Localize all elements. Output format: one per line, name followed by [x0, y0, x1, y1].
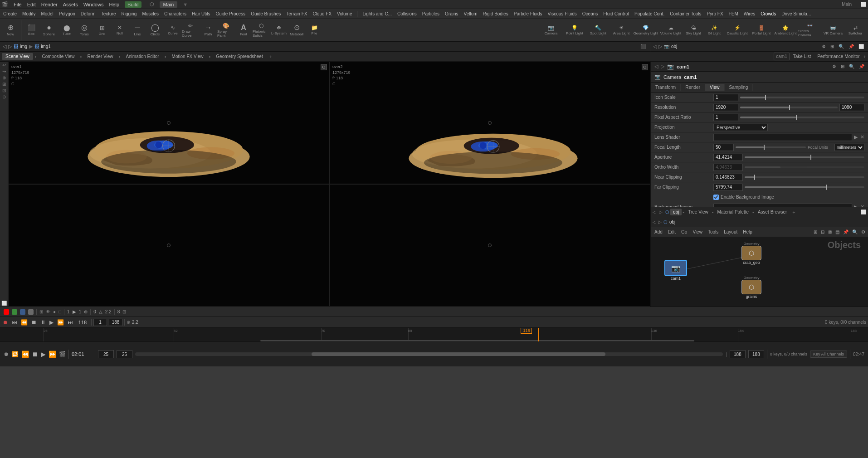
- vpb-icon2[interactable]: ⊕: [84, 309, 88, 314]
- tb2-portallight[interactable]: 🚪Portal Light: [750, 21, 773, 39]
- bb-scroll-thumb[interactable]: [312, 352, 605, 356]
- tab-renderview[interactable]: Render View: [83, 53, 117, 60]
- tl-pause-btn[interactable]: ⏸: [39, 319, 47, 326]
- tb-volume[interactable]: Volume: [336, 11, 353, 17]
- viewport-top-right[interactable]: over2 1279x719 fr 118 C: [329, 62, 650, 184]
- tab-sceneview[interactable]: Scene View: [2, 53, 33, 60]
- tb-oceans[interactable]: Oceans: [581, 11, 599, 17]
- bb-totalframes-input[interactable]: [730, 350, 746, 358]
- tb2-pointlight[interactable]: 💡Point Light: [563, 21, 586, 39]
- menu-file[interactable]: File: [14, 2, 22, 7]
- lb-icon5[interactable]: ⊡: [2, 88, 6, 93]
- obj-tab-obj[interactable]: obj: [670, 209, 682, 215]
- node-crab-geo[interactable]: Geometry ⬡ crab_geo: [741, 242, 761, 265]
- main-badge[interactable]: Main: [160, 1, 178, 8]
- bb-anim-btn[interactable]: 🎬: [59, 351, 66, 357]
- bb-scrub-area[interactable]: [135, 352, 723, 356]
- tl-scrollbar[interactable]: [260, 340, 694, 341]
- viewport-bottom-left[interactable]: [8, 184, 329, 307]
- iconscale-slider[interactable]: [740, 97, 864, 98]
- maximize-btn[interactable]: ⬜: [861, 2, 866, 7]
- lb-expand[interactable]: ⊞: [2, 82, 6, 87]
- tb-fem[interactable]: FEM: [727, 11, 740, 17]
- tb2-stereocam[interactable]: 👓Stereo Camera: [798, 21, 822, 39]
- tab-geospread[interactable]: Geometry Spreadsheet: [212, 53, 266, 60]
- tab-motionfx[interactable]: Motion FX View: [168, 53, 207, 60]
- crab-geo-icon[interactable]: ⬡: [741, 246, 761, 260]
- tl-endframe-input[interactable]: [109, 319, 122, 326]
- tl-startframe-input[interactable]: [93, 319, 107, 326]
- bb-forward-btn[interactable]: ⏩: [49, 351, 56, 358]
- tab-add[interactable]: +: [269, 54, 272, 59]
- nearclip-slider[interactable]: [745, 176, 864, 178]
- vpb-icon3[interactable]: △: [99, 309, 102, 314]
- vpb-wire-icon[interactable]: □: [59, 309, 61, 314]
- lensshader-browse[interactable]: ▶: [854, 134, 858, 140]
- tb-rigidbodies[interactable]: Rigid Bodies: [482, 11, 510, 17]
- rp-pin-icon[interactable]: 📌: [847, 44, 855, 49]
- bb-startframe-input[interactable]: [98, 350, 114, 358]
- vpb-icon4[interactable]: ⊡: [122, 309, 126, 314]
- rt-takelist-tab[interactable]: Take List: [790, 53, 814, 60]
- tb2-gilight[interactable]: ✨GI Light: [704, 21, 724, 39]
- tb2-torus[interactable]: ◎Torus: [76, 21, 93, 39]
- tb2-path[interactable]: →Path: [200, 21, 217, 39]
- rp-settings-icon[interactable]: ⚙: [820, 44, 827, 49]
- timeline-track[interactable]: 25 52 70 88 118 136 154 188: [0, 328, 868, 341]
- lb-icon7[interactable]: ⬜: [1, 301, 7, 306]
- tb-pyrofx[interactable]: Pyro FX: [705, 11, 724, 17]
- tb2-file[interactable]: 📁File: [306, 21, 323, 39]
- bb-loop-btn[interactable]: 🔁: [12, 351, 19, 357]
- tb2-skylight[interactable]: 🌤Sky Light: [683, 21, 704, 39]
- obj-grid4-icon[interactable]: ▤: [834, 229, 840, 235]
- tb-modify[interactable]: Modify: [21, 11, 37, 17]
- tb-rigging[interactable]: Rigging: [120, 11, 138, 17]
- tl-fps-icon[interactable]: ⊕: [127, 320, 130, 325]
- rp-back-icon[interactable]: ◁: [653, 44, 657, 49]
- lb-icon6[interactable]: ⊙: [2, 94, 6, 99]
- rp-expand-icon[interactable]: ⊞: [829, 44, 835, 49]
- res-height-input[interactable]: [839, 104, 864, 111]
- orthowidth-slider[interactable]: [745, 166, 864, 168]
- tb-characters[interactable]: Characters: [163, 11, 188, 17]
- pixelaspect-input[interactable]: [713, 114, 738, 121]
- tl-prev-btn[interactable]: ⏪: [20, 319, 29, 326]
- focal-units-select[interactable]: millimeters: [834, 144, 864, 151]
- cam-tab-sampling[interactable]: Sampling: [725, 84, 753, 91]
- bgimage-input[interactable]: [713, 204, 852, 207]
- tb2-spotlight[interactable]: 🔦Spot Light: [587, 21, 610, 39]
- viewport-top-left[interactable]: over1 1279x719 fr 118 C: [8, 62, 329, 184]
- tb-deform[interactable]: Deform: [79, 11, 97, 17]
- rp-float-icon[interactable]: ⬜: [857, 44, 865, 49]
- hdr-img2[interactable]: img1: [41, 44, 51, 49]
- tb-wires[interactable]: Wires: [742, 11, 757, 17]
- tb-populate[interactable]: Populate Cont.: [633, 11, 666, 17]
- focallength-input[interactable]: [713, 144, 734, 151]
- vp2-cam[interactable]: C: [642, 64, 649, 70]
- tb-muscles[interactable]: Muscles: [141, 11, 160, 17]
- tb2-arealight[interactable]: ☀Area Light: [610, 21, 633, 39]
- cam-tab-view[interactable]: View: [705, 84, 725, 91]
- farclip-slider[interactable]: [745, 186, 864, 188]
- obj-grid1-icon[interactable]: ⊞: [813, 229, 818, 235]
- tb2-platonic[interactable]: ⬡Platonic Solids: [253, 21, 270, 39]
- menu-edit[interactable]: Edit: [27, 2, 36, 7]
- tb-particles[interactable]: Particles: [421, 11, 441, 17]
- cam-back-icon[interactable]: ◁: [654, 63, 658, 69]
- grains-icon[interactable]: ⬡: [741, 280, 761, 294]
- vp1-cam[interactable]: C: [321, 64, 327, 70]
- cam-settings-icon[interactable]: ⚙: [832, 64, 836, 69]
- tb-crowds[interactable]: Crowds: [759, 11, 777, 17]
- key-all-channels-btn[interactable]: Key All Channels: [810, 351, 847, 358]
- tb-vellum[interactable]: Vellum: [463, 11, 479, 17]
- cam1-icon[interactable]: 📷: [664, 260, 687, 276]
- tb2-grid[interactable]: ⊞Grid: [93, 21, 111, 39]
- tb-fluidcontrol[interactable]: Fluid Control: [602, 11, 630, 17]
- vpb-snap-icon[interactable]: ⊞: [39, 309, 43, 314]
- obj-tab-matpalette[interactable]: Material Palette: [715, 209, 751, 215]
- obj-add-btn[interactable]: Add: [653, 229, 664, 235]
- menu-help[interactable]: Help: [109, 2, 119, 7]
- tb-lights[interactable]: Lights and C...: [361, 11, 393, 17]
- tb2-lsystem[interactable]: ☘L-System: [270, 21, 288, 39]
- bb-endval-input[interactable]: [748, 350, 764, 358]
